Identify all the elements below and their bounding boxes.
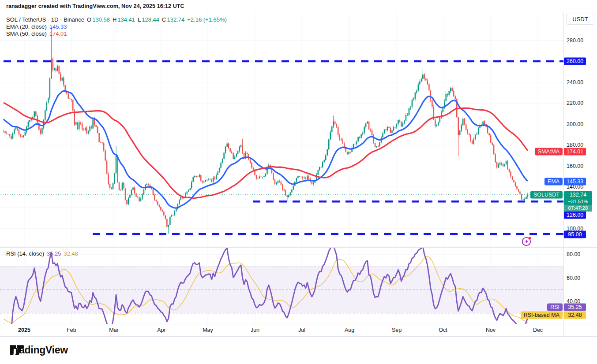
axis-badge-95.00: 95.00 xyxy=(564,231,586,238)
time-label-Mar: Mar xyxy=(109,327,119,333)
sma-value: 174.01 xyxy=(49,30,67,37)
sma-label[interactable]: SMA (50, close) xyxy=(6,30,47,37)
axis-badge-126.00: 126.00 xyxy=(564,212,586,219)
current-price-change: −31.51% xyxy=(564,198,592,205)
bottom-border xyxy=(0,336,597,337)
time-label-Jul: Jul xyxy=(298,327,305,333)
series-tag-rsi-based-ma: RSI-based MA xyxy=(521,312,563,319)
time-label-May: May xyxy=(203,327,213,333)
ohlc-low: L128.44 xyxy=(138,16,159,23)
time-label-Aug: Aug xyxy=(345,327,354,333)
time-label-Sep: Sep xyxy=(392,327,402,333)
rsi-indicator-pane[interactable] xyxy=(0,247,563,324)
time-label-Dec: Dec xyxy=(533,327,543,333)
price-tick-180.00: 180.00 xyxy=(567,142,583,148)
price-tick-240.00: 240.00 xyxy=(567,79,583,85)
sma50-line xyxy=(4,103,528,198)
current-price-axis-label: 132.74 −31.51% 07:47:28 xyxy=(564,191,592,212)
axis-badge-260.00: 260.00 xyxy=(564,58,586,65)
price-tick-220.00: 220.00 xyxy=(567,100,583,106)
change-value: +2.16 (+1.65%) xyxy=(187,16,227,23)
rsi-label[interactable]: RSI (14, close) xyxy=(6,250,44,257)
rsi-tick-80.00: 80.00 xyxy=(567,251,580,257)
tradingview-logo[interactable]: TradingView xyxy=(10,344,68,356)
boost-flash-icon[interactable] xyxy=(521,235,533,247)
axis-badge-32.48: 32.48 xyxy=(564,312,586,319)
series-tag-solusdt: SOLUSDT xyxy=(530,191,563,199)
tradingview-logo-mark xyxy=(10,344,25,357)
tradingview-chart-screenshot: ranadagger created with TradingView.com,… xyxy=(0,0,597,364)
ema20-line xyxy=(4,91,528,208)
ema-legend-row: EMA (20, close) 145.33 xyxy=(6,23,67,30)
ohlc-close: C132.74 xyxy=(162,16,184,23)
series-tag-ema: EMA xyxy=(544,178,563,186)
rsi-tick-60.00: 60.00 xyxy=(567,275,580,281)
bar-countdown: 07:47:28 xyxy=(564,205,592,212)
ohlc-open: O130.58 xyxy=(87,16,110,23)
axis-badge-145.33: 145.33 xyxy=(564,178,586,186)
currency-toggle-button[interactable]: USDT xyxy=(566,14,594,25)
price-tick-160.00: 160.00 xyxy=(567,163,583,169)
ohlc-high: H134.41 xyxy=(113,16,135,23)
attribution-text: ranadagger created with TradingView.com,… xyxy=(6,3,184,9)
symbol-title[interactable]: SOL / TetherUS · 1D · Binance xyxy=(6,16,84,23)
price-tick-280.00: 280.00 xyxy=(567,37,583,44)
sma-legend-row: SMA (50, close) 174.01 xyxy=(6,30,67,37)
series-tag-rsi: RSI xyxy=(547,304,563,311)
ema-label[interactable]: EMA (20, close) xyxy=(6,23,47,30)
time-axis-separator xyxy=(0,324,597,324)
time-label-2025: 2025 xyxy=(18,327,30,333)
rsi-legend-row: RSI (14, close) 35.25 32.48 xyxy=(6,250,78,257)
time-label-Nov: Nov xyxy=(486,327,496,333)
pane-separator[interactable] xyxy=(0,247,597,248)
symbol-legend-row: SOL / TetherUS · 1D · Binance O130.58 H1… xyxy=(6,16,227,23)
price-tick-200.00: 200.00 xyxy=(567,121,583,127)
current-price-value: 132.74 xyxy=(564,191,592,198)
rsi-ma-value: 32.48 xyxy=(64,250,79,257)
axis-badge-35.25: 35.25 xyxy=(564,304,586,311)
price-chart-pane[interactable] xyxy=(0,12,563,247)
time-label-Oct: Oct xyxy=(439,327,447,333)
time-label-Jun: Jun xyxy=(251,327,259,333)
candles-group xyxy=(3,27,529,234)
series-tag-sma-ma: SMA:MA xyxy=(535,148,563,156)
rsi-value: 35.25 xyxy=(47,250,61,257)
time-label-Apr: Apr xyxy=(157,327,165,333)
time-label-Feb: Feb xyxy=(67,327,76,333)
axis-badge-174.01: 174.01 xyxy=(564,148,586,156)
ema-value: 145.33 xyxy=(49,23,67,30)
